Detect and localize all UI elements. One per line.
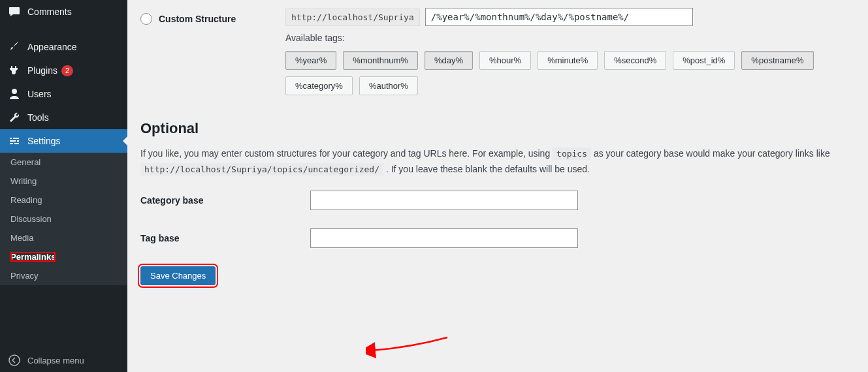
annotation-arrow — [366, 334, 451, 360]
sidebar-item-users[interactable]: Users — [0, 82, 127, 106]
custom-structure-radio[interactable] — [140, 13, 152, 25]
site-base-url: http://localhost/Supriya — [285, 8, 420, 26]
structure-tags-row: %year%%monthnum%%day%%hour%%minute%%seco… — [285, 51, 855, 95]
structure-tag-button[interactable]: %second% — [604, 51, 666, 70]
submenu-item-discussion[interactable]: Discussion — [0, 209, 127, 228]
update-badge: 2 — [61, 65, 73, 76]
main-content: Custom Structure http://localhost/Supriy… — [127, 0, 868, 372]
submenu-item-media[interactable]: Media — [0, 228, 127, 247]
admin-sidebar: CommentsAppearancePlugins2UsersToolsSett… — [0, 0, 127, 372]
optional-description: If you like, you may enter custom struct… — [140, 146, 855, 178]
structure-tag-button[interactable]: %day% — [425, 51, 473, 70]
category-base-label: Category base — [140, 195, 310, 206]
structure-tag-button[interactable]: %hour% — [479, 51, 531, 70]
tag-base-label: Tag base — [140, 233, 310, 243]
collapse-label: Collapse menu — [27, 356, 84, 365]
example-code-url: http://localhost/Supriya/topics/uncatego… — [140, 163, 383, 176]
comment-icon — [8, 5, 21, 18]
brush-icon — [8, 40, 21, 54]
permalink-structure-input[interactable] — [425, 8, 693, 26]
category-base-row: Category base — [140, 191, 855, 210]
structure-tag-button[interactable]: %monthnum% — [343, 51, 418, 70]
available-tags-label: Available tags: — [285, 33, 855, 43]
sidebar-item-tools[interactable]: Tools — [0, 106, 127, 129]
submenu-item-reading[interactable]: Reading — [0, 191, 127, 209]
structure-tag-button[interactable]: %category% — [285, 76, 353, 95]
sidebar-item-appearance[interactable]: Appearance — [0, 35, 127, 59]
collapse-menu-button[interactable]: Collapse menu — [0, 349, 127, 372]
structure-tag-button[interactable]: %year% — [285, 51, 336, 70]
sidebar-item-comments[interactable]: Comments — [0, 0, 127, 23]
structure-tag-button[interactable]: %post_id% — [673, 51, 735, 70]
submenu-item-privacy[interactable]: Privacy — [0, 266, 127, 285]
tag-base-row: Tag base — [140, 228, 855, 248]
sidebar-item-label: Plugins — [27, 65, 57, 76]
sidebar-item-label: Settings — [27, 136, 61, 146]
tag-base-input[interactable] — [310, 228, 578, 248]
optional-heading: Optional — [140, 120, 855, 137]
sidebar-item-label: Appearance — [27, 42, 77, 52]
sidebar-item-label: Tools — [27, 112, 49, 123]
submenu-item-general[interactable]: General — [0, 153, 127, 172]
structure-tag-button[interactable]: %author% — [359, 76, 418, 95]
sidebar-item-settings[interactable]: Settings — [0, 129, 127, 153]
collapse-icon — [8, 354, 21, 367]
sidebar-item-plugins[interactable]: Plugins2 — [0, 59, 127, 82]
plug-icon — [8, 64, 21, 77]
user-icon — [8, 87, 21, 101]
category-base-input[interactable] — [310, 191, 578, 210]
settings-submenu: GeneralWritingReadingDiscussionMediaPerm… — [0, 153, 127, 285]
structure-tag-button[interactable]: %minute% — [538, 51, 598, 70]
example-code-topics: topics — [553, 147, 591, 160]
custom-structure-row: Custom Structure http://localhost/Supriy… — [140, 8, 855, 102]
structure-tag-button[interactable]: %postname% — [741, 51, 813, 70]
sidebar-item-label: Comments — [27, 7, 72, 17]
sidebar-item-label: Users — [27, 89, 52, 99]
submenu-item-permalinks[interactable]: Permalinks — [0, 247, 127, 266]
save-changes-button[interactable]: Save Changes — [140, 266, 216, 285]
svg-point-0 — [9, 355, 20, 365]
custom-structure-label: Custom Structure — [159, 14, 236, 24]
wrench-icon — [8, 111, 21, 124]
submenu-item-writing[interactable]: Writing — [0, 172, 127, 191]
sliders-icon — [8, 134, 21, 147]
